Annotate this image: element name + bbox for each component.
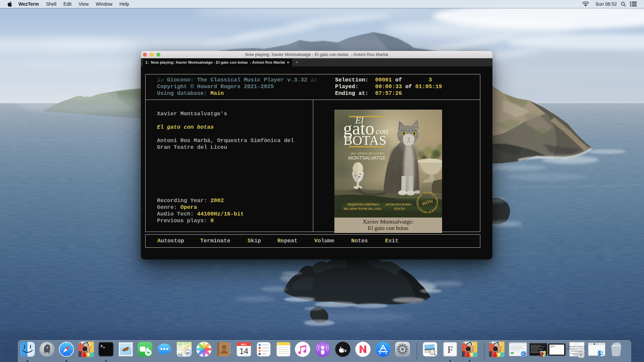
svg-text:14: 14 [239,347,249,356]
svg-text:F: F [447,344,453,355]
svg-text:DEC: DEC [241,343,247,346]
svg-text:El gato con botas: El gato con botas [368,225,408,231]
svg-text:tv: tv [343,348,347,353]
svg-text:3D: 3D [186,352,190,355]
svg-text:Xavier Montsalvatge:: Xavier Montsalvatge: [363,218,414,225]
svg-text:F: F [580,353,582,357]
